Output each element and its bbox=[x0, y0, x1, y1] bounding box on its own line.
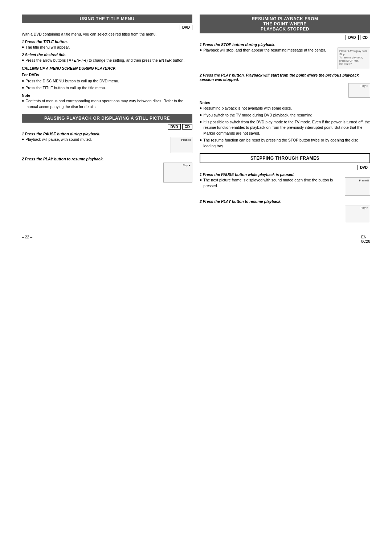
title-menu-header: USING THE TITLE MENU bbox=[22, 15, 192, 23]
page-number: – 22 – bbox=[22, 235, 32, 243]
pausing-cd-badge: CD bbox=[182, 124, 192, 130]
dvd-bullet2: ● Press the TITLE button to call up the … bbox=[22, 85, 192, 91]
pausing-step1-label: 1 Press the PAUSE button during playback… bbox=[22, 132, 192, 136]
resuming-step2-screen-label: Play ► bbox=[361, 85, 369, 87]
stepping-step1-bullet: ● The next picture frame is displayed wi… bbox=[200, 177, 342, 189]
pausing-step1-bullet: ● Playback will pause, with sound muted. bbox=[22, 137, 168, 143]
for-dvds-heading: For DVDs bbox=[22, 73, 192, 77]
resuming-note1: ● Resuming playback is not available wit… bbox=[200, 106, 370, 111]
screen-line3: Did this fit? bbox=[339, 62, 368, 66]
resuming-notes-label: Notes bbox=[200, 101, 370, 105]
stepping-step1-screen: Frame II bbox=[345, 177, 370, 196]
pausing-step1-bullet-text: Playback will pause, with sound muted. bbox=[25, 137, 92, 143]
pausing-step2-screen: Play ► bbox=[163, 163, 192, 183]
pausing-header: PAUSING PLAYBACK OR DISPLAYING A STILL P… bbox=[22, 114, 192, 123]
dvd-bullet2-text: Press the TITLE button to call up the ti… bbox=[25, 85, 106, 91]
resuming-note2: ● If you switch to the TV mode during DV… bbox=[200, 112, 370, 118]
title-menu-badges: DVD bbox=[22, 25, 192, 30]
stepping-step2-screen-label: Play ► bbox=[361, 206, 369, 209]
bullet-dot-12: ● bbox=[200, 177, 202, 182]
stepping-section: STEPPING THROUGH FRAMES DVD 1 Press the … bbox=[200, 153, 370, 223]
resuming-step1-bullet: ● Playback will stop, and then appear th… bbox=[200, 48, 335, 53]
footer-right: EN 0C28 bbox=[361, 235, 370, 243]
note-bullet: ● Contents of menus and corresponding me… bbox=[22, 98, 192, 110]
dvd-bullet1-text: Press the DISC MENU button to call up th… bbox=[25, 78, 119, 84]
title-menu-intro: With a DVD containing a title menu, you … bbox=[22, 32, 192, 37]
stepping-dvd-badge: DVD bbox=[358, 165, 370, 170]
footer-lang: EN bbox=[361, 235, 367, 239]
dvd-bullet1: ● Press the DISC MENU button to call up … bbox=[22, 78, 192, 84]
page-footer: – 22 – EN 0C28 bbox=[22, 235, 370, 243]
resuming-cd-badge: CD bbox=[360, 35, 370, 40]
stepping-step1-label: 1 Press the PAUSE button while playback … bbox=[200, 172, 370, 177]
resuming-step2-screen: Play ► bbox=[348, 83, 370, 98]
bullet-dot-3: ● bbox=[22, 78, 24, 83]
bullet-dot-10: ● bbox=[200, 119, 202, 124]
bullet-dot-2: ● bbox=[22, 58, 24, 62]
resuming-step1-content: Press PLAY to play from Stop To resume p… bbox=[200, 48, 370, 71]
bullet-dot: ● bbox=[22, 45, 24, 49]
right-column: RESUMING PLAYBACK FROM THE POINT WHERE P… bbox=[200, 15, 370, 228]
step1-bullet: ● The title menu will appear. bbox=[22, 45, 192, 50]
resuming-section: RESUMING PLAYBACK FROM THE POINT WHERE P… bbox=[200, 15, 370, 149]
resuming-step1-label: 1 Press the STOP button during playback. bbox=[200, 42, 370, 47]
resuming-step1-bullet-text: Playback will stop, and then appear the … bbox=[203, 48, 326, 53]
pausing-step1-content: Pause II ● Playback will pause, with sou… bbox=[22, 137, 192, 155]
resuming-header: RESUMING PLAYBACK FROM THE POINT WHERE P… bbox=[200, 15, 370, 33]
bullet-dot-7: ● bbox=[200, 48, 202, 52]
stepping-step2-screen-container: Play ► bbox=[200, 205, 370, 223]
stepping-step1-content: Frame II ● The next picture frame is dis… bbox=[200, 177, 370, 197]
resuming-note1-text: Resuming playback is not available with … bbox=[203, 106, 292, 111]
pausing-step2-screen-label: Play ► bbox=[183, 164, 191, 167]
stepping-step2-label: 2 Press the PLAY button to resume playba… bbox=[200, 199, 370, 204]
resuming-dvd-badge: DVD bbox=[346, 35, 358, 40]
resuming-badges: DVD CD bbox=[200, 35, 370, 40]
pausing-step1-screen: Pause II bbox=[171, 137, 192, 153]
resuming-note2-text: If you switch to the TV mode during DVD … bbox=[203, 112, 312, 118]
step2-bullet-text: Press the arrow buttons (▼/▲/►/◄) to cha… bbox=[25, 58, 184, 63]
title-menu-section: USING THE TITLE MENU DVD With a DVD cont… bbox=[22, 15, 192, 110]
resuming-note4: ● The resume function can be reset by pr… bbox=[200, 138, 370, 149]
resuming-note4-text: The resume function can be reset by pres… bbox=[203, 138, 370, 149]
step2-bullet: ● Press the arrow buttons (▼/▲/►/◄) to c… bbox=[22, 58, 192, 63]
calling-heading: CALLING UP A MENU SCREEN DURING PLAYBACK bbox=[22, 66, 192, 70]
resuming-step2-screen-container: Play ► bbox=[200, 83, 370, 98]
note-label: Note bbox=[22, 93, 192, 98]
step2-label: 2 Select the desired title. bbox=[22, 53, 192, 57]
bullet-dot-5: ● bbox=[22, 98, 24, 103]
pausing-step2-screen-container: Play ► bbox=[22, 163, 192, 183]
bullet-dot-11: ● bbox=[200, 138, 202, 142]
page-container: USING THE TITLE MENU DVD With a DVD cont… bbox=[22, 15, 370, 243]
resuming-header-line3: PLAYBACK STOPPED bbox=[261, 26, 309, 32]
left-column: USING THE TITLE MENU DVD With a DVD cont… bbox=[22, 15, 192, 187]
resuming-note3: ● It is possible to switch from the DVD … bbox=[200, 119, 370, 136]
resuming-note3-text: It is possible to switch from the DVD pl… bbox=[203, 119, 370, 136]
pausing-dvd-badge: DVD bbox=[168, 124, 180, 130]
pausing-section: PAUSING PLAYBACK OR DISPLAYING A STILL P… bbox=[22, 114, 192, 183]
main-content: USING THE TITLE MENU DVD With a DVD cont… bbox=[22, 15, 370, 228]
resuming-header-line2: THE POINT WHERE bbox=[263, 21, 307, 26]
bullet-dot-6: ● bbox=[22, 137, 24, 141]
step1-label: 1 Press the TITLE button. bbox=[22, 40, 192, 44]
bullet-dot-8: ● bbox=[200, 106, 202, 110]
footer-code: 0C28 bbox=[361, 239, 370, 243]
resuming-header-line1: RESUMING PLAYBACK FROM bbox=[252, 16, 318, 21]
resuming-step2-label: 2 Press the PLAY button. Playback will s… bbox=[200, 73, 370, 82]
stepping-step1-screen-label: Frame II bbox=[359, 179, 369, 182]
stepping-step2-screen: Play ► bbox=[345, 205, 370, 223]
stepping-step1-bullet-text: The next picture frame is displayed with… bbox=[203, 177, 342, 189]
stepping-badges: DVD bbox=[200, 165, 370, 170]
step1-bullet-text: The title menu will appear. bbox=[25, 45, 70, 50]
stepping-header: STEPPING THROUGH FRAMES bbox=[200, 153, 370, 163]
bullet-dot-9: ● bbox=[200, 112, 202, 117]
screen-line2: To resume playback, press STOP first. bbox=[339, 56, 368, 62]
note-bullet-text: Contents of menus and corresponding menu… bbox=[25, 98, 192, 110]
pausing-step2-label: 2 Press the PLAY button to resume playba… bbox=[22, 157, 192, 161]
pausing-step1-screen-label: Pause II bbox=[181, 138, 191, 142]
dvd-badge: DVD bbox=[180, 25, 192, 30]
pausing-badges: DVD CD bbox=[22, 124, 192, 130]
bullet-dot-4: ● bbox=[22, 85, 24, 90]
resuming-step1-screen: Press PLAY to play from Stop To resume p… bbox=[338, 48, 370, 69]
screen-line1: Press PLAY to play from Stop bbox=[339, 49, 368, 56]
